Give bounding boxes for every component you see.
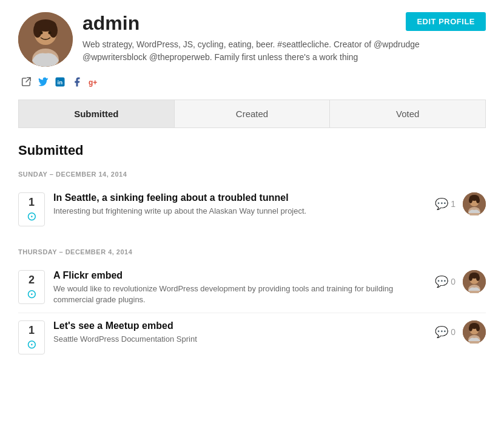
post-title[interactable]: A Flickr embed [53,270,426,281]
upvote-button[interactable]: ⊙ [27,288,37,300]
comment-icon: 💬 [435,325,448,339]
section-heading: Submitted [18,143,486,158]
tab-submitted[interactable]: Submitted [19,100,175,127]
upvote-button[interactable]: ⊙ [27,338,37,350]
comment-icon: 💬 [435,275,448,288]
svg-text:g+: g+ [89,78,97,87]
vote-count: 1 [29,197,35,208]
date-label-2: THURSDAY – DECEMBER 4, 2014 [18,248,486,256]
svg-point-4 [49,23,58,38]
social-icons: in g+ [21,76,486,87]
svg-text:in: in [58,79,63,86]
svg-point-26 [469,325,472,331]
comment-icon: 💬 [435,197,448,211]
link-icon[interactable] [21,76,32,87]
post-item: 2 ⊙ A Flickr embed We would like to revo… [18,263,486,313]
twitter-icon[interactable] [38,76,49,87]
svg-point-5 [40,32,43,35]
post-content: A Flickr embed We would like to revoluti… [53,270,426,305]
vote-count: 1 [29,325,35,336]
vote-box: 1 ⊙ [18,192,45,226]
linkedin-icon[interactable]: in [55,76,66,87]
vote-box: 2 ⊙ [18,270,45,304]
post-item: 1 ⊙ Let's see a Meetup embed Seattle Wor… [18,313,486,362]
post-title[interactable]: In Seattle, a sinking feeling about a tr… [53,192,426,203]
avatar [18,12,73,67]
comment-count: 💬 0 [435,275,455,288]
facebook-icon[interactable] [72,76,82,87]
post-meta: 💬 0 [435,270,486,293]
post-author-avatar [463,320,486,344]
post-item: 1 ⊙ In Seattle, a sinking feeling about … [18,185,486,234]
svg-point-27 [476,325,480,331]
post-description: Interesting but frightening write up abo… [53,206,426,217]
post-meta: 💬 0 [435,320,486,344]
svg-point-6 [49,32,52,35]
post-title[interactable]: Let's see a Meetup embed [53,320,426,331]
tabs-container: Submitted Created Voted [18,100,486,128]
post-content: Let's see a Meetup embed Seattle WordPre… [53,320,426,345]
post-description: We would like to revolutionize WordPress… [53,283,426,305]
post-meta: 💬 1 [435,192,486,215]
post-author-avatar [463,270,486,293]
comment-count: 💬 0 [435,325,455,339]
svg-point-20 [469,275,472,281]
profile-section: admin Web strategy, WordPress, JS, cycli… [18,12,486,67]
post-description: Seattle WordPress Documentation Sprint [53,334,426,345]
date-label-1: SUNDAY – DECEMBER 14, 2014 [18,171,486,178]
vote-box: 1 ⊙ [18,320,45,354]
post-author-avatar [463,192,486,215]
date-group-1: SUNDAY – DECEMBER 14, 2014 1 ⊙ In Seattl… [18,171,486,234]
vote-count: 2 [29,274,35,285]
post-content: In Seattle, a sinking feeling about a tr… [53,192,426,217]
date-group-2: THURSDAY – DECEMBER 4, 2014 2 ⊙ A Flickr… [18,248,486,362]
svg-point-15 [476,197,480,203]
tab-created[interactable]: Created [175,100,331,127]
tab-voted[interactable]: Voted [330,100,485,127]
svg-point-21 [476,275,480,281]
edit-profile-button[interactable]: EDIT PROFILE [406,12,486,31]
profile-bio: Web strategy, WordPress, JS, cycling, ea… [82,38,486,64]
svg-point-14 [469,197,472,203]
upvote-button[interactable]: ⊙ [27,210,37,222]
comment-count: 💬 1 [435,197,455,211]
svg-point-3 [33,23,42,38]
google-plus-icon[interactable]: g+ [89,76,99,87]
